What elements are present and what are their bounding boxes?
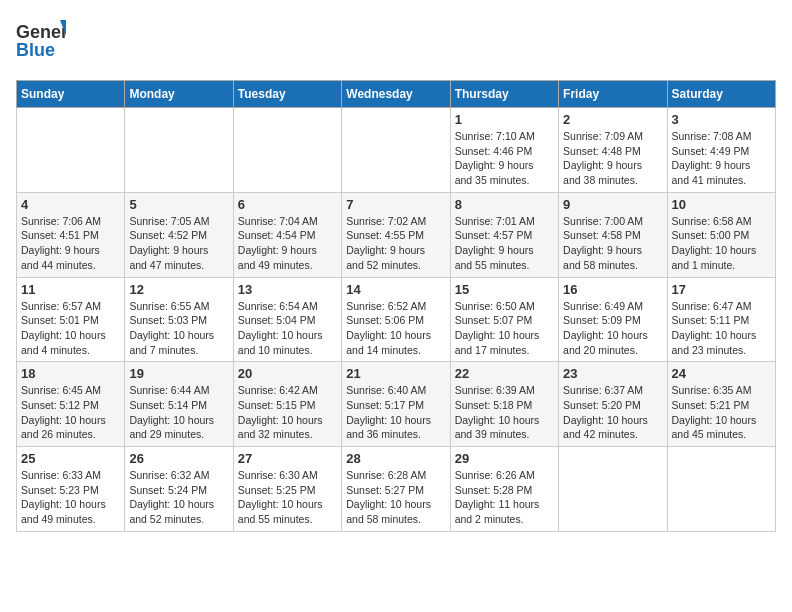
day-number: 11 xyxy=(21,282,120,297)
calendar-cell: 14Sunrise: 6:52 AM Sunset: 5:06 PM Dayli… xyxy=(342,277,450,362)
logo-icon: General Blue xyxy=(16,16,66,64)
calendar-cell: 19Sunrise: 6:44 AM Sunset: 5:14 PM Dayli… xyxy=(125,362,233,447)
calendar-cell: 29Sunrise: 6:26 AM Sunset: 5:28 PM Dayli… xyxy=(450,447,558,532)
day-number: 14 xyxy=(346,282,445,297)
day-number: 29 xyxy=(455,451,554,466)
calendar-cell: 9Sunrise: 7:00 AM Sunset: 4:58 PM Daylig… xyxy=(559,192,667,277)
day-number: 25 xyxy=(21,451,120,466)
day-info: Sunrise: 6:45 AM Sunset: 5:12 PM Dayligh… xyxy=(21,383,120,442)
calendar-cell: 25Sunrise: 6:33 AM Sunset: 5:23 PM Dayli… xyxy=(17,447,125,532)
day-info: Sunrise: 7:05 AM Sunset: 4:52 PM Dayligh… xyxy=(129,214,228,273)
calendar-cell: 17Sunrise: 6:47 AM Sunset: 5:11 PM Dayli… xyxy=(667,277,775,362)
calendar-cell: 5Sunrise: 7:05 AM Sunset: 4:52 PM Daylig… xyxy=(125,192,233,277)
day-number: 10 xyxy=(672,197,771,212)
calendar-cell: 16Sunrise: 6:49 AM Sunset: 5:09 PM Dayli… xyxy=(559,277,667,362)
day-number: 19 xyxy=(129,366,228,381)
calendar-cell: 23Sunrise: 6:37 AM Sunset: 5:20 PM Dayli… xyxy=(559,362,667,447)
calendar-cell: 1Sunrise: 7:10 AM Sunset: 4:46 PM Daylig… xyxy=(450,108,558,193)
calendar-cell xyxy=(125,108,233,193)
day-number: 22 xyxy=(455,366,554,381)
calendar-cell: 2Sunrise: 7:09 AM Sunset: 4:48 PM Daylig… xyxy=(559,108,667,193)
calendar-cell xyxy=(233,108,341,193)
calendar-cell: 6Sunrise: 7:04 AM Sunset: 4:54 PM Daylig… xyxy=(233,192,341,277)
day-info: Sunrise: 6:40 AM Sunset: 5:17 PM Dayligh… xyxy=(346,383,445,442)
calendar-cell: 21Sunrise: 6:40 AM Sunset: 5:17 PM Dayli… xyxy=(342,362,450,447)
day-info: Sunrise: 6:30 AM Sunset: 5:25 PM Dayligh… xyxy=(238,468,337,527)
calendar-cell xyxy=(559,447,667,532)
day-info: Sunrise: 6:47 AM Sunset: 5:11 PM Dayligh… xyxy=(672,299,771,358)
day-number: 2 xyxy=(563,112,662,127)
weekday-header-monday: Monday xyxy=(125,81,233,108)
day-info: Sunrise: 6:54 AM Sunset: 5:04 PM Dayligh… xyxy=(238,299,337,358)
day-number: 7 xyxy=(346,197,445,212)
day-number: 16 xyxy=(563,282,662,297)
day-info: Sunrise: 6:57 AM Sunset: 5:01 PM Dayligh… xyxy=(21,299,120,358)
day-number: 23 xyxy=(563,366,662,381)
day-info: Sunrise: 6:50 AM Sunset: 5:07 PM Dayligh… xyxy=(455,299,554,358)
day-number: 26 xyxy=(129,451,228,466)
day-number: 8 xyxy=(455,197,554,212)
weekday-header-saturday: Saturday xyxy=(667,81,775,108)
svg-text:Blue: Blue xyxy=(16,40,55,60)
calendar-cell: 7Sunrise: 7:02 AM Sunset: 4:55 PM Daylig… xyxy=(342,192,450,277)
calendar-cell: 3Sunrise: 7:08 AM Sunset: 4:49 PM Daylig… xyxy=(667,108,775,193)
day-number: 13 xyxy=(238,282,337,297)
calendar-table: SundayMondayTuesdayWednesdayThursdayFrid… xyxy=(16,80,776,532)
day-number: 15 xyxy=(455,282,554,297)
day-info: Sunrise: 7:00 AM Sunset: 4:58 PM Dayligh… xyxy=(563,214,662,273)
calendar-cell xyxy=(17,108,125,193)
day-info: Sunrise: 6:37 AM Sunset: 5:20 PM Dayligh… xyxy=(563,383,662,442)
day-info: Sunrise: 6:49 AM Sunset: 5:09 PM Dayligh… xyxy=(563,299,662,358)
day-info: Sunrise: 6:58 AM Sunset: 5:00 PM Dayligh… xyxy=(672,214,771,273)
day-info: Sunrise: 7:06 AM Sunset: 4:51 PM Dayligh… xyxy=(21,214,120,273)
weekday-header-friday: Friday xyxy=(559,81,667,108)
calendar-cell: 26Sunrise: 6:32 AM Sunset: 5:24 PM Dayli… xyxy=(125,447,233,532)
weekday-header-row: SundayMondayTuesdayWednesdayThursdayFrid… xyxy=(17,81,776,108)
weekday-header-wednesday: Wednesday xyxy=(342,81,450,108)
calendar-cell xyxy=(667,447,775,532)
calendar-cell: 13Sunrise: 6:54 AM Sunset: 5:04 PM Dayli… xyxy=(233,277,341,362)
day-info: Sunrise: 7:02 AM Sunset: 4:55 PM Dayligh… xyxy=(346,214,445,273)
calendar-cell: 24Sunrise: 6:35 AM Sunset: 5:21 PM Dayli… xyxy=(667,362,775,447)
page-header: General Blue xyxy=(16,16,776,68)
calendar-week-1: 1Sunrise: 7:10 AM Sunset: 4:46 PM Daylig… xyxy=(17,108,776,193)
calendar-cell: 12Sunrise: 6:55 AM Sunset: 5:03 PM Dayli… xyxy=(125,277,233,362)
day-info: Sunrise: 6:28 AM Sunset: 5:27 PM Dayligh… xyxy=(346,468,445,527)
day-number: 5 xyxy=(129,197,228,212)
day-info: Sunrise: 6:52 AM Sunset: 5:06 PM Dayligh… xyxy=(346,299,445,358)
day-number: 20 xyxy=(238,366,337,381)
calendar-week-3: 11Sunrise: 6:57 AM Sunset: 5:01 PM Dayli… xyxy=(17,277,776,362)
calendar-cell: 8Sunrise: 7:01 AM Sunset: 4:57 PM Daylig… xyxy=(450,192,558,277)
weekday-header-tuesday: Tuesday xyxy=(233,81,341,108)
day-info: Sunrise: 7:09 AM Sunset: 4:48 PM Dayligh… xyxy=(563,129,662,188)
day-info: Sunrise: 6:55 AM Sunset: 5:03 PM Dayligh… xyxy=(129,299,228,358)
calendar-cell: 18Sunrise: 6:45 AM Sunset: 5:12 PM Dayli… xyxy=(17,362,125,447)
calendar-body: 1Sunrise: 7:10 AM Sunset: 4:46 PM Daylig… xyxy=(17,108,776,532)
day-number: 3 xyxy=(672,112,771,127)
day-info: Sunrise: 7:04 AM Sunset: 4:54 PM Dayligh… xyxy=(238,214,337,273)
day-number: 1 xyxy=(455,112,554,127)
calendar-cell: 4Sunrise: 7:06 AM Sunset: 4:51 PM Daylig… xyxy=(17,192,125,277)
day-info: Sunrise: 6:44 AM Sunset: 5:14 PM Dayligh… xyxy=(129,383,228,442)
day-number: 12 xyxy=(129,282,228,297)
day-number: 17 xyxy=(672,282,771,297)
calendar-cell: 11Sunrise: 6:57 AM Sunset: 5:01 PM Dayli… xyxy=(17,277,125,362)
day-info: Sunrise: 6:33 AM Sunset: 5:23 PM Dayligh… xyxy=(21,468,120,527)
day-info: Sunrise: 6:35 AM Sunset: 5:21 PM Dayligh… xyxy=(672,383,771,442)
calendar-week-4: 18Sunrise: 6:45 AM Sunset: 5:12 PM Dayli… xyxy=(17,362,776,447)
logo: General Blue xyxy=(16,16,66,68)
calendar-cell: 28Sunrise: 6:28 AM Sunset: 5:27 PM Dayli… xyxy=(342,447,450,532)
weekday-header-sunday: Sunday xyxy=(17,81,125,108)
day-number: 9 xyxy=(563,197,662,212)
day-number: 4 xyxy=(21,197,120,212)
day-number: 27 xyxy=(238,451,337,466)
calendar-cell: 27Sunrise: 6:30 AM Sunset: 5:25 PM Dayli… xyxy=(233,447,341,532)
day-number: 6 xyxy=(238,197,337,212)
day-info: Sunrise: 6:42 AM Sunset: 5:15 PM Dayligh… xyxy=(238,383,337,442)
day-info: Sunrise: 7:10 AM Sunset: 4:46 PM Dayligh… xyxy=(455,129,554,188)
day-number: 21 xyxy=(346,366,445,381)
calendar-cell: 10Sunrise: 6:58 AM Sunset: 5:00 PM Dayli… xyxy=(667,192,775,277)
day-info: Sunrise: 7:01 AM Sunset: 4:57 PM Dayligh… xyxy=(455,214,554,273)
calendar-week-2: 4Sunrise: 7:06 AM Sunset: 4:51 PM Daylig… xyxy=(17,192,776,277)
weekday-header-thursday: Thursday xyxy=(450,81,558,108)
